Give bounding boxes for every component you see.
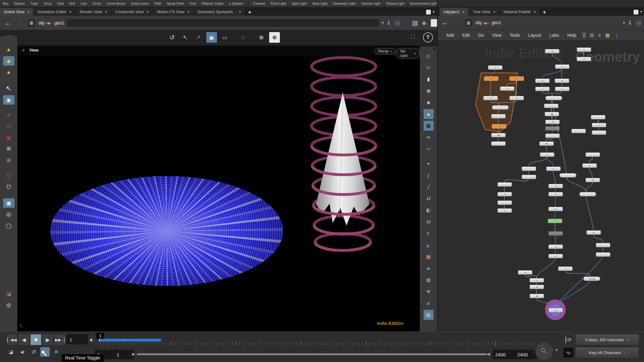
- palette-icon[interactable]: ▦: [604, 32, 611, 38]
- right-pane-menu-icon[interactable]: ▾: [640, 10, 642, 14]
- construction-plane-icon[interactable]: ◇: [424, 51, 434, 61]
- network-node[interactable]: [577, 57, 591, 61]
- playback-start2-field[interactable]: 1: [114, 350, 134, 359]
- new-tab-button[interactable]: +: [246, 9, 254, 16]
- tab-motion-fx-view[interactable]: Motion FX View×: [153, 8, 193, 16]
- snap-multi-icon[interactable]: Ω: [3, 182, 14, 191]
- disable-lighting-icon[interactable]: ⊗: [424, 86, 434, 96]
- tab-close-icon[interactable]: ×: [105, 10, 107, 14]
- network-node[interactable]: [491, 114, 506, 118]
- network-node[interactable]: [546, 167, 561, 171]
- show-points-icon[interactable]: •: [424, 159, 434, 169]
- net-radar-icon[interactable]: ◎: [636, 19, 642, 26]
- network-node[interactable]: [545, 112, 559, 116]
- forward-arrow-icon[interactable]: →: [15, 19, 25, 27]
- shelf-tool-line[interactable]: Line: [78, 2, 90, 5]
- network-node[interactable]: [548, 192, 563, 196]
- network-node[interactable]: [548, 219, 562, 223]
- network-node[interactable]: [535, 79, 550, 83]
- obj-context-icon[interactable]: ▦: [27, 19, 36, 27]
- network-node[interactable]: [586, 178, 600, 182]
- network-node[interactable]: [544, 104, 558, 108]
- network-node[interactable]: [497, 200, 512, 205]
- network-node[interactable]: [545, 49, 559, 53]
- tab-close-icon[interactable]: ×: [69, 10, 72, 14]
- animation-curves-icon[interactable]: ∿∿: [563, 347, 574, 358]
- tab-scene-view[interactable]: Scene View×: [0, 8, 33, 16]
- undo-scrub-icon[interactable]: ↺: [29, 347, 38, 357]
- play-reverse-button[interactable]: ◀: [18, 334, 30, 345]
- net-pin-icon[interactable]: ↦: [627, 20, 633, 25]
- global-end-field[interactable]: 2400: [514, 350, 537, 359]
- shelf-tool-point-light[interactable]: Point Light: [268, 2, 289, 5]
- tab-close-icon[interactable]: ×: [493, 10, 495, 14]
- network-node[interactable]: [530, 278, 544, 282]
- shelf-tool-box[interactable]: Box: [0, 2, 11, 5]
- no-entry-icon[interactable]: ⊘: [238, 32, 248, 43]
- network-node[interactable]: [555, 64, 569, 69]
- scale-tool-icon[interactable]: ▣: [3, 133, 14, 142]
- shelf-tool-spray-paint[interactable]: Spray Paint: [164, 2, 187, 5]
- network-node[interactable]: [535, 87, 550, 91]
- network-node[interactable]: [548, 308, 563, 312]
- menu-layout[interactable]: Layout: [525, 33, 545, 38]
- pose-tool-icon[interactable]: Ж: [3, 144, 14, 154]
- geometry-cube-icon[interactable]: ▧: [411, 19, 419, 27]
- network-node[interactable]: [555, 79, 569, 83]
- shelf-tool-camera[interactable]: Camera: [250, 2, 268, 5]
- stereo-glasses-icon[interactable]: ∞: [424, 132, 434, 142]
- scene-viewport[interactable]: ⊕ View Persp▾ No cam▾: [17, 46, 420, 332]
- network-node[interactable]: [484, 76, 498, 81]
- net-back-arrow-icon[interactable]: ←: [440, 19, 450, 27]
- network-node[interactable]: [586, 230, 601, 235]
- tab-tree-view[interactable]: Tree View×: [469, 8, 499, 16]
- menu-labs[interactable]: Labs: [546, 33, 563, 38]
- network-node[interactable]: [548, 244, 563, 249]
- network-node[interactable]: [492, 105, 509, 110]
- network-node[interactable]: [579, 192, 596, 196]
- network-node[interactable]: [548, 254, 563, 258]
- net-path-dropdown-icon[interactable]: ▾: [623, 21, 625, 25]
- network-node[interactable]: [491, 133, 506, 137]
- display-options-icon[interactable]: ⊕: [269, 32, 280, 43]
- move-tool-icon[interactable]: +: [3, 110, 14, 120]
- path-input[interactable]: [67, 19, 379, 27]
- secure-selection-icon[interactable]: ◉: [3, 95, 14, 105]
- visualizers-icon[interactable]: ≡: [424, 298, 434, 308]
- parms-list-icon[interactable]: ⋮: [613, 32, 620, 38]
- viewport-camera-icon[interactable]: ▣: [3, 198, 14, 208]
- key-button[interactable]: O−: [535, 343, 553, 360]
- tick-display-icon[interactable]: ‖‖: [52, 347, 61, 357]
- tree-toggle-icon[interactable]: ⊟: [588, 32, 596, 38]
- profile-curves-icon[interactable]: Γ: [424, 228, 434, 239]
- network-node[interactable]: [530, 294, 544, 298]
- tab--obj-geo1[interactable]: /obj/geo1×: [440, 8, 468, 16]
- right-new-tab-button[interactable]: +: [540, 9, 549, 16]
- shelf-tool-circle[interactable]: Circle: [90, 2, 104, 5]
- geometry-state-icon[interactable]: ◆: [3, 56, 14, 66]
- network-node[interactable]: [491, 141, 506, 146]
- network-node[interactable]: [497, 208, 512, 213]
- shapes-pair-icon[interactable]: ◆: [421, 19, 427, 26]
- snapshot-icon[interactable]: ▨: [424, 310, 434, 320]
- network-tools-icon[interactable]: ╳: [581, 32, 587, 38]
- shelf-tool-torus[interactable]: Torus: [41, 2, 55, 5]
- network-node[interactable]: [500, 86, 514, 91]
- tab-composite-view[interactable]: Composite View×: [112, 8, 153, 16]
- network-node[interactable]: [497, 192, 512, 196]
- network-node[interactable]: [577, 47, 591, 52]
- flat-shaded-icon[interactable]: ◧: [424, 205, 434, 215]
- scoped-channels-icon[interactable]: ⟳: [563, 334, 574, 345]
- headlight-icon[interactable]: ◈: [424, 97, 434, 107]
- play-button[interactable]: ▶: [42, 334, 53, 345]
- shelf-tool-grid[interactable]: Grid: [54, 2, 66, 5]
- playback-range-bar[interactable]: [100, 339, 161, 342]
- pane-gear-icon[interactable]: ⊕: [22, 48, 25, 52]
- list-view-icon[interactable]: ≡: [597, 32, 602, 38]
- pane-menu-icon[interactable]: ▾: [433, 10, 435, 14]
- materials-icon[interactable]: ◆: [424, 263, 434, 273]
- range-slider-end[interactable]: ◀: [487, 352, 490, 356]
- help-icon[interactable]: ?: [423, 32, 433, 42]
- point-marker-icon[interactable]: ╱: [424, 182, 434, 192]
- shelf-tool-null[interactable]: Null: [66, 2, 78, 5]
